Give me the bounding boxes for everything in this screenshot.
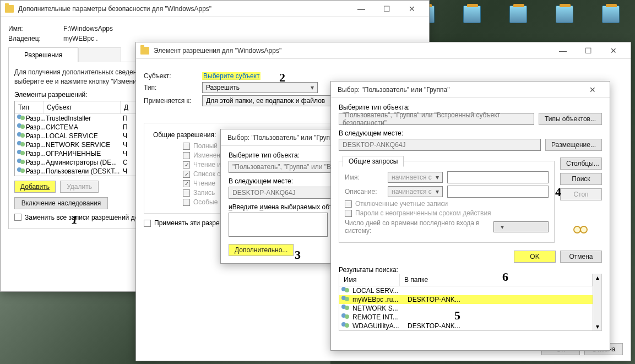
- days-label: Число дней со времени последнего входа в…: [345, 219, 489, 235]
- description-input[interactable]: [447, 186, 549, 198]
- app-icon[interactable]: [505, 6, 531, 32]
- users-icon: [341, 322, 350, 330]
- tab-permissions[interactable]: Разрешения: [8, 47, 78, 62]
- result-row[interactable]: NETWORK S...: [339, 304, 593, 313]
- col-type[interactable]: Тип: [15, 101, 44, 113]
- titlebar[interactable]: Элемент разрешения для "WindowsApps" — ☐…: [136, 42, 631, 59]
- users-icon: [17, 123, 24, 131]
- col-name[interactable]: Имя: [339, 274, 400, 286]
- result-row[interactable]: LOCAL SERV...: [339, 286, 593, 295]
- object-types-button[interactable]: Типы объектов...: [539, 113, 602, 125]
- titlebar[interactable]: Дополнительные параметры безопасности дл…: [1, 1, 429, 17]
- window-title: Дополнительные параметры безопасности дл…: [18, 5, 349, 13]
- scroll-down-icon[interactable]: ▾: [596, 323, 599, 330]
- name-condition-dropdown: начинается с: [388, 172, 443, 183]
- cancel-button[interactable]: Отмена: [560, 251, 602, 263]
- maximize-button[interactable]: ☐: [374, 1, 399, 17]
- common-queries-fieldset: Общие запросы Имя: начинается с Описание…: [339, 161, 555, 243]
- minimize-button[interactable]: —: [550, 42, 576, 59]
- stop-button: Стоп: [560, 188, 602, 200]
- location-field: DESKTOP-ANKQ64J: [339, 139, 541, 151]
- maximize-button[interactable]: ☐: [576, 42, 601, 59]
- name-label: Имя:: [345, 173, 383, 181]
- col-folder[interactable]: В папке: [400, 274, 593, 286]
- minimize-button[interactable]: —: [349, 1, 374, 17]
- disabled-accounts-checkbox: Отключенные учетные записи: [345, 200, 549, 208]
- description-label: Описание:: [345, 188, 383, 195]
- columns-button[interactable]: Столбцы...: [560, 157, 602, 170]
- archive-icon: [602, 6, 620, 23]
- col-access[interactable]: Д: [121, 101, 137, 113]
- type-dropdown[interactable]: Разрешить: [202, 82, 318, 93]
- desktop-icons: [413, 6, 624, 32]
- binoculars-icon: [573, 224, 589, 235]
- select-user-group-window-advanced: Выбор: "Пользователь" или "Группа" ✕ Выб…: [330, 81, 610, 351]
- users-icon: [17, 141, 24, 149]
- tab-common-queries[interactable]: Общие запросы: [343, 156, 404, 167]
- archive-icon: [556, 6, 573, 23]
- app-icon[interactable]: [598, 6, 624, 32]
- names-textarea[interactable]: [229, 213, 328, 237]
- window-title: Элемент разрешения для "WindowsApps": [154, 47, 550, 55]
- app-icon[interactable]: [459, 6, 485, 32]
- name-input[interactable]: [447, 171, 549, 183]
- window-title: Выбор: "Пользователь" или "Группа": [335, 86, 580, 94]
- add-button[interactable]: Добавить: [14, 181, 56, 193]
- users-icon: [17, 159, 24, 166]
- applies-label: Применяется к:: [144, 97, 202, 105]
- app-icon[interactable]: [551, 6, 578, 32]
- scroll-up-icon[interactable]: ▴: [596, 274, 599, 281]
- users-icon: [17, 132, 24, 140]
- object-type-field: "Пользователь", "Группа" или "Встроенный…: [339, 113, 534, 125]
- results-grid: Имя В папке LOCAL SERV...myWEBpc .ru...D…: [339, 274, 602, 331]
- password-never-expires-checkbox: Пароли с неограниченным сроком действия: [345, 209, 549, 217]
- remove-button: Удалить: [60, 181, 99, 193]
- tab-other[interactable]: [78, 47, 121, 62]
- folder-icon: [5, 5, 14, 13]
- col-subject[interactable]: Субъект: [44, 101, 121, 113]
- archive-icon: [463, 6, 481, 23]
- users-icon: [341, 313, 350, 321]
- location-label: В следующем месте:: [339, 129, 602, 137]
- result-row[interactable]: REMOTE INT...: [339, 313, 593, 322]
- close-button[interactable]: ✕: [601, 42, 626, 59]
- days-dropdown: [493, 221, 549, 232]
- type-label: Тип:: [144, 84, 202, 91]
- users-icon: [17, 115, 24, 122]
- folder-icon: [140, 47, 149, 55]
- result-row[interactable]: myWEBpc .ru...DESKTOP-ANK...: [339, 295, 593, 304]
- owner-label: Владелец:: [8, 35, 63, 42]
- users-icon: [341, 287, 350, 295]
- users-icon: [341, 305, 350, 312]
- users-icon: [17, 167, 24, 175]
- owner-value: myWEBpc .: [63, 35, 98, 42]
- name-label: Имя:: [8, 25, 63, 32]
- subject-label: Субъект:: [144, 72, 202, 80]
- users-icon: [17, 150, 24, 157]
- name-value: F:\WindowsApps: [63, 25, 113, 32]
- archive-icon: [509, 6, 527, 23]
- result-row[interactable]: WDAGUtilityA...DESKTOP-ANK...: [339, 322, 593, 330]
- titlebar[interactable]: Выбор: "Пользователь" или "Группа" ✕: [331, 82, 610, 98]
- close-button[interactable]: ✕: [399, 1, 425, 17]
- ok-button[interactable]: OK: [514, 251, 556, 263]
- enable-inheritance-button[interactable]: Включение наследования: [14, 197, 108, 209]
- desc-condition-dropdown: начинается с: [388, 186, 443, 197]
- locations-button[interactable]: Размещение...: [545, 139, 602, 151]
- users-icon: [341, 296, 350, 303]
- results-label: Результаты поиска:: [339, 266, 602, 274]
- common-perms-label: Общие разрешения:: [153, 131, 216, 139]
- select-subject-link[interactable]: Выберите субъект: [202, 72, 260, 80]
- close-button[interactable]: ✕: [580, 82, 605, 98]
- find-now-button[interactable]: Поиск: [560, 173, 602, 185]
- applies-dropdown[interactable]: Для этой папки, ее подпапок и файлов: [202, 95, 345, 106]
- advanced-button[interactable]: Дополнительно...: [229, 244, 294, 256]
- object-type-label: Выберите тип объекта:: [339, 104, 602, 111]
- scrollbar[interactable]: ▴ ▾: [593, 274, 601, 330]
